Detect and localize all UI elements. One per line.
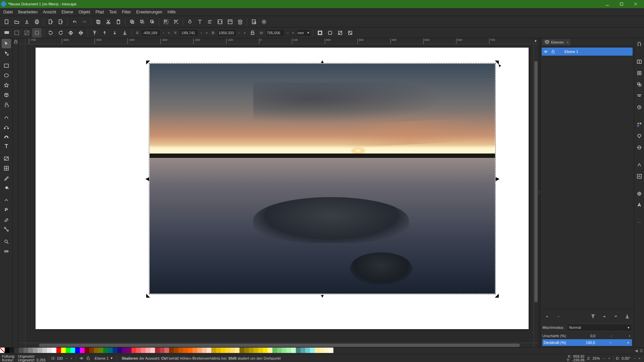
scale-handle-s[interactable]: ▼	[320, 294, 324, 298]
duplicate-button[interactable]	[127, 17, 137, 26]
color-swatch[interactable]	[301, 348, 305, 353]
font-dialog-button[interactable]	[635, 200, 644, 210]
new-view-button[interactable]	[635, 57, 644, 66]
color-swatch[interactable]	[5, 348, 9, 353]
horizontal-scrollbar[interactable]	[25, 343, 533, 347]
remove-layer-button[interactable]: −	[554, 312, 563, 321]
color-swatch[interactable]	[131, 348, 136, 353]
layer-lock-icon[interactable]	[550, 49, 556, 54]
color-swatch[interactable]	[221, 348, 225, 353]
color-swatch[interactable]	[70, 348, 75, 353]
y-input[interactable]	[179, 29, 198, 37]
color-swatch[interactable]	[225, 348, 230, 353]
color-swatch[interactable]	[85, 348, 89, 353]
unit-select[interactable]: mm▾	[296, 29, 311, 37]
color-swatch[interactable]	[254, 348, 258, 353]
h-input[interactable]	[265, 29, 285, 37]
color-swatch[interactable]	[268, 348, 272, 353]
blur-decrement[interactable]: −	[609, 334, 613, 338]
status-opacity-decrement[interactable]: −	[64, 356, 69, 360]
scale-handle-nw[interactable]: ◤	[146, 60, 150, 64]
menu-pfad[interactable]: Pfad	[93, 8, 107, 16]
color-swatch[interactable]	[164, 348, 169, 353]
color-swatch[interactable]	[174, 348, 178, 353]
menu-text[interactable]: Text	[107, 8, 119, 16]
toggle-visibility-icon[interactable]	[78, 355, 85, 362]
select-all-button[interactable]	[12, 28, 21, 38]
more-dialogs-button[interactable]: ⋯	[635, 218, 644, 227]
color-swatch[interactable]	[75, 348, 80, 353]
color-swatch[interactable]	[315, 348, 319, 353]
color-swatch[interactable]	[296, 348, 301, 353]
color-swatch[interactable]	[42, 348, 47, 353]
scale-handle-n[interactable]: ▲	[320, 59, 324, 63]
color-swatch[interactable]	[178, 348, 183, 353]
color-swatch[interactable]	[277, 348, 282, 353]
color-swatch[interactable]	[47, 348, 52, 353]
ruler-menu-button[interactable]: ▾	[533, 38, 538, 44]
fill-stroke-button[interactable]	[185, 17, 195, 26]
color-swatch[interactable]	[235, 348, 239, 353]
color-swatch[interactable]	[99, 348, 103, 353]
blend-mode-select[interactable]: Normal▾	[567, 324, 632, 331]
color-swatch[interactable]	[169, 348, 174, 353]
color-swatch[interactable]	[89, 348, 94, 353]
stroke-value[interactable]: Ungesetzt	[18, 358, 35, 362]
ungroup-button[interactable]	[171, 17, 181, 26]
redo-button[interactable]	[80, 17, 89, 26]
zoom-tool[interactable]	[2, 237, 11, 246]
color-swatch[interactable]	[122, 348, 127, 353]
toggle-lock-icon[interactable]	[85, 355, 92, 362]
flip-vertical-button[interactable]	[76, 28, 86, 38]
affect-corners-button[interactable]	[325, 28, 335, 38]
text-tool[interactable]	[2, 141, 11, 151]
zoom-value[interactable]: 25%	[590, 356, 602, 360]
copy-button[interactable]	[94, 17, 103, 26]
color-swatch[interactable]	[94, 348, 99, 353]
object-properties-button[interactable]	[635, 68, 644, 78]
layers-tab[interactable]: Ebenen ×	[542, 39, 571, 46]
color-swatch[interactable]	[80, 348, 85, 353]
import-button[interactable]	[46, 17, 55, 26]
color-swatch[interactable]	[230, 348, 235, 353]
color-swatch[interactable]	[113, 348, 117, 353]
lock-guides-icon[interactable]	[13, 39, 18, 44]
dropper-tool[interactable]	[2, 173, 11, 183]
path-effects-button[interactable]	[635, 160, 644, 170]
w-input[interactable]	[217, 29, 236, 37]
color-swatch[interactable]	[207, 348, 211, 353]
color-swatch[interactable]	[310, 348, 315, 353]
color-swatch[interactable]	[146, 348, 150, 353]
h-decrement[interactable]: −	[285, 29, 290, 37]
color-swatch[interactable]	[127, 348, 131, 353]
align-dialog-button[interactable]	[635, 91, 644, 101]
trace-bitmap-button[interactable]	[635, 172, 644, 181]
color-swatch[interactable]	[38, 348, 42, 353]
color-swatch[interactable]	[188, 348, 193, 353]
color-swatch[interactable]	[305, 348, 310, 353]
close-tab-button[interactable]: ×	[567, 40, 569, 44]
layer-row-ebene1[interactable]: Ebene 1	[542, 48, 633, 56]
spray-tool[interactable]	[2, 205, 11, 215]
bezier-tool[interactable]	[2, 122, 11, 131]
opacity-increment[interactable]: +	[626, 341, 631, 345]
menu-bearbeiten[interactable]: Bearbeiten	[15, 8, 40, 16]
close-button[interactable]	[629, 0, 643, 8]
paint-bucket-tool[interactable]	[2, 183, 11, 192]
paint-servers-button[interactable]	[635, 143, 644, 152]
layer-name[interactable]: Ebene 1	[558, 50, 631, 54]
color-swatch[interactable]	[150, 348, 155, 353]
menu-erweiterungen[interactable]: Erweiterungen	[133, 8, 165, 16]
status-opacity-increment[interactable]: +	[69, 356, 74, 360]
align-button[interactable]	[205, 17, 215, 26]
color-swatch[interactable]	[56, 348, 61, 353]
node-tool[interactable]	[2, 49, 11, 58]
color-swatch[interactable]	[103, 348, 108, 353]
layer-up-button[interactable]	[600, 312, 609, 321]
menu-ansicht[interactable]: Ansicht	[40, 8, 59, 16]
cut-button[interactable]	[104, 17, 113, 26]
save-button[interactable]	[22, 17, 32, 26]
ellipse-tool[interactable]	[2, 71, 11, 80]
color-swatch[interactable]	[160, 348, 164, 353]
tweak-tool[interactable]	[2, 195, 11, 205]
